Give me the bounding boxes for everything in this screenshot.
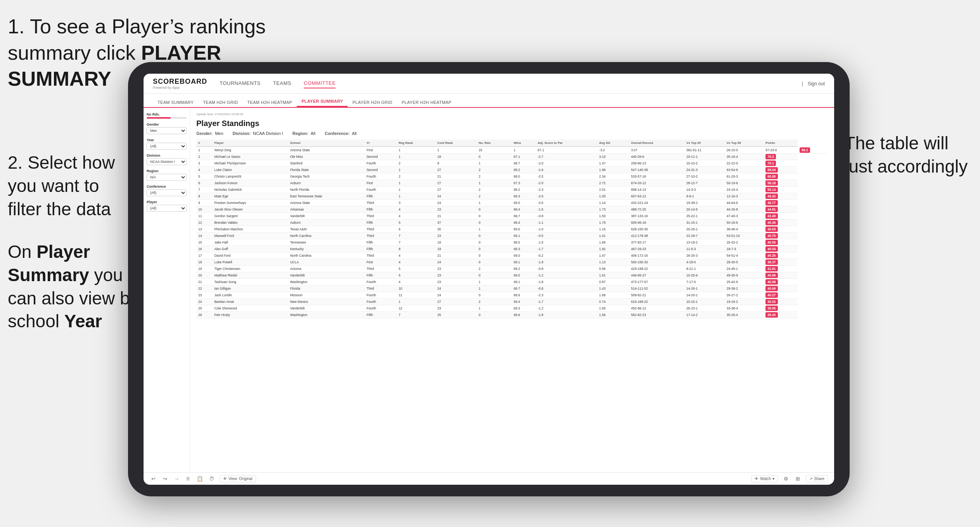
table-cell: 14 (196, 233, 212, 239)
view-button[interactable]: 👁 View: Original (220, 475, 256, 482)
table-cell: 26-23-1 (684, 305, 725, 312)
division-filter-value: NCAA Division I (253, 131, 283, 136)
settings-icon[interactable]: ⚙ (783, 475, 790, 482)
points-value: 49.42 (765, 194, 777, 199)
filter-division-select[interactable]: NCAA Division I NCAA Division II NCAA Di… (147, 158, 187, 165)
table-cell: 6 (397, 226, 435, 233)
division-filter-label: Division: (233, 131, 251, 136)
table-cell: Fifth (365, 246, 397, 252)
table-cell: 26-25-3 (684, 252, 725, 259)
table-cell: 69.5 (512, 272, 536, 279)
table-cell: Fifth (365, 206, 397, 213)
table-cell: 19-16-2 (725, 299, 764, 305)
table-cell: 10-10-2 (684, 160, 725, 167)
filter-region-select[interactable]: N/A All (147, 174, 187, 181)
share-button[interactable]: ↗ Share (806, 475, 828, 482)
table-cell: 0.74 (597, 299, 629, 305)
undo-icon[interactable]: ↩ (150, 475, 157, 482)
forward-icon[interactable]: → (173, 475, 180, 482)
watch-button[interactable]: 👁 Watch ▾ (751, 475, 778, 482)
table-cell: 39.45 (764, 312, 798, 318)
table-cell: Michael Thorbjornsen (212, 160, 288, 167)
table-cell: 33-38-4 (725, 305, 764, 312)
points-value: 40.35 (765, 253, 777, 258)
table-cell: 19 (196, 266, 212, 272)
table-cell: -0.8 (536, 285, 597, 292)
table-row: 12Brendan ValdesAuburnFifth537068.4-1.11… (196, 219, 828, 226)
table-cell: 1.14 (597, 200, 629, 206)
table-row: 1Wenyi DingArizona StateFirst1115167.1-3… (196, 147, 828, 154)
filter-year-select[interactable]: (All) First Second Third Fourth Fifth (147, 143, 187, 150)
table-cell: Texas A&M (288, 226, 365, 233)
table-cell: 547-140-38 (629, 167, 684, 173)
points-value: 43.49 (765, 213, 777, 219)
table-cell: -2.0 (536, 160, 597, 167)
table-cell: Vanderbilt (288, 213, 365, 219)
sub-nav-team-h2h-heatmap[interactable]: TEAM H2H HEATMAP (242, 98, 297, 107)
slider-track (147, 117, 187, 119)
table-cell: Kentucky (288, 246, 365, 252)
nav-teams[interactable]: TEAMS (273, 79, 291, 88)
table-cell: -1.7 (536, 299, 597, 305)
nav-tournaments[interactable]: TOURNAMENTS (220, 79, 261, 88)
table-cell: Luke Claton (212, 167, 288, 173)
timer-icon[interactable]: ⏱ (208, 475, 215, 482)
table-cell: 47-40-3 (725, 213, 764, 219)
col-avg-sg: Avg SG (597, 140, 629, 147)
table-cell: 26 (196, 312, 212, 318)
grid-icon[interactable]: ⊞ (794, 475, 801, 482)
copy-icon[interactable]: ⎘ (185, 475, 192, 482)
annotation-step2: 2. Select how you want to filter the dat… (8, 151, 136, 221)
table-cell: 11 (196, 213, 212, 219)
table-cell: Brendan Valdes (212, 219, 288, 226)
redo-icon[interactable]: ↪ (161, 475, 168, 482)
table-cell: 40.55 (764, 239, 798, 246)
table-cell: 1.73 (597, 206, 629, 213)
table-cell: 1 (435, 147, 476, 154)
filter-player-select[interactable]: (All) (147, 205, 187, 212)
filter-conference-select[interactable]: (All) (147, 189, 187, 196)
sub-nav-player-summary[interactable]: PLAYER SUMMARY (297, 97, 348, 107)
table-cell: 24-31-3 (684, 167, 725, 173)
table-cell: 20-29-1 (684, 226, 725, 233)
points-value: 40.54 (765, 246, 777, 252)
table-cell: 3 (397, 200, 435, 206)
table-cell: 15 (196, 239, 212, 246)
table-cell: 0 (477, 239, 512, 246)
nav-committee[interactable]: COMMITTEE (304, 79, 336, 88)
table-cell: 2 (397, 160, 435, 167)
table-cell: Michael Le Sasso (212, 154, 288, 160)
sub-nav-team-summary[interactable]: TEAM SUMMARY (153, 98, 198, 107)
table-cell: 24 (435, 292, 476, 299)
filter-year-section: Year (All) First Second Third Fourth Fif… (147, 138, 187, 150)
sign-out-link[interactable]: Sign out (808, 81, 825, 86)
filter-gender-select[interactable]: Men Women (147, 127, 187, 134)
table-cell: 24 (435, 259, 476, 266)
table-cell: 12 (196, 219, 212, 226)
table-cell: 7 (196, 187, 212, 193)
table-cell: 2 (477, 187, 512, 193)
table-cell: 898-14-13 (629, 187, 684, 193)
table-cell: 2 (397, 173, 435, 180)
paste-icon[interactable]: 📋 (196, 475, 203, 482)
sub-nav-team-h2h-grid[interactable]: TEAM H2H GRID (198, 98, 242, 107)
table-cell: 3.10 (597, 154, 629, 160)
sub-nav-player-h2h-heatmap[interactable]: PLAYER H2H HEATMAP (397, 98, 456, 107)
sub-nav-player-h2h-grid[interactable]: PLAYER H2H GRID (348, 98, 397, 107)
table-cell: 69.2 (512, 266, 536, 272)
view-icon: 👁 (223, 477, 227, 481)
table-cell: -1.8 (536, 279, 597, 285)
table-cell: 24 (435, 285, 476, 292)
table-cell: 1.98 (597, 167, 629, 173)
step1-text: 1. To see a Player’s rankings summary cl… (8, 15, 266, 64)
table-cell: 8 (397, 246, 435, 252)
table-cell: -0.5 (536, 200, 597, 206)
table-cell: 1.47 (597, 160, 629, 167)
points-value: 40.98 (765, 273, 777, 278)
table-row: 25Cole SherwoodVanderbiltFourth1223169.3… (196, 305, 828, 312)
table-cell: 40.83 (764, 226, 798, 233)
table-cell: 26-27-2 (725, 292, 764, 299)
table-cell: 605-96-18 (629, 219, 684, 226)
points-value: 60.89 (765, 174, 777, 179)
table-cell: -1.5 (536, 239, 597, 246)
